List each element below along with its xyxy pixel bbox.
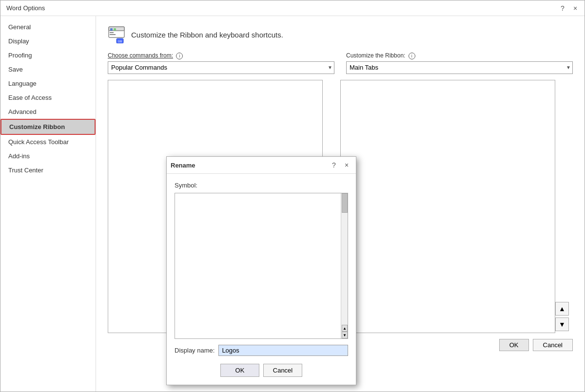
- ribbon-tree-container: [340, 80, 555, 333]
- display-name-label: Display name:: [175, 347, 214, 354]
- rename-symbol-label: Symbol:: [175, 182, 348, 189]
- left-column: Choose commands from: i Popular Commands…: [108, 52, 334, 74]
- ribbon-dropdown[interactable]: Main Tabs: [346, 61, 573, 74]
- display-name-input[interactable]: [218, 345, 348, 356]
- help-button[interactable]: ?: [557, 3, 568, 14]
- title-bar-controls: ? ×: [557, 3, 581, 14]
- ribbon-icon: DB: [108, 26, 125, 43]
- title-bar: Word Options ? ×: [0, 0, 585, 16]
- svg-rect-5: [110, 34, 116, 35]
- symbol-scroll-down[interactable]: ▼: [342, 332, 348, 338]
- commands-label: Choose commands from: i: [108, 52, 334, 59]
- sidebar-item-language[interactable]: Language: [0, 76, 96, 91]
- symbol-scroll-up[interactable]: ▲: [342, 325, 348, 332]
- sidebar-item-add-ins[interactable]: Add-ins: [0, 149, 96, 163]
- word-options-window: Word Options ? × GeneralDisplayProofingS…: [0, 0, 585, 392]
- svg-text:DB: DB: [118, 40, 122, 43]
- ribbon-dropdown-wrapper[interactable]: Main Tabs ▼: [346, 61, 573, 74]
- commands-dropdown[interactable]: Popular Commands: [108, 61, 334, 74]
- close-button[interactable]: ×: [570, 3, 581, 14]
- rename-title-bar: Rename ? ×: [167, 157, 356, 174]
- sidebar-item-customize-ribbon[interactable]: Customize Ribbon: [0, 119, 96, 135]
- symbol-grid-wrapper[interactable]: ▲ ▼: [175, 193, 348, 339]
- svg-rect-4: [110, 32, 114, 33]
- rename-close-button[interactable]: ×: [341, 160, 352, 170]
- rename-dialog-title: Rename: [171, 162, 195, 169]
- rename-cancel-button[interactable]: Cancel: [263, 364, 302, 377]
- sidebar-item-quick-access[interactable]: Quick Access Toolbar: [0, 135, 96, 149]
- symbol-scrollbar[interactable]: ▲ ▼: [341, 193, 348, 338]
- rename-dialog: Rename ? × Symbol: ▲ ▼ Display name:: [166, 156, 356, 385]
- section-header: DB Customize the Ribbon and keyboard sho…: [108, 26, 573, 43]
- sidebar-item-proofing[interactable]: Proofing: [0, 48, 96, 62]
- ribbon-info-icon: i: [409, 53, 415, 59]
- move-up-button[interactable]: ▲: [555, 302, 569, 316]
- sidebar: GeneralDisplayProofingSaveLanguageEase o…: [0, 16, 96, 392]
- rename-dialog-buttons: OK Cancel: [175, 364, 348, 377]
- sidebar-item-save[interactable]: Save: [0, 62, 96, 76]
- ribbon-tree[interactable]: [340, 80, 555, 333]
- svg-rect-3: [114, 28, 116, 31]
- sidebar-item-trust-center[interactable]: Trust Center: [0, 163, 96, 177]
- ok-button[interactable]: OK: [499, 339, 529, 351]
- rename-ok-button[interactable]: OK: [220, 364, 259, 377]
- updown-buttons-col: ▲ ▼: [555, 80, 573, 333]
- right-column: Customize the Ribbon: i Main Tabs ▼: [346, 52, 573, 74]
- sidebar-item-advanced[interactable]: Advanced: [0, 105, 96, 119]
- rename-dialog-body: Symbol: ▲ ▼ Display name: OK Cancel: [167, 174, 356, 385]
- cancel-button[interactable]: Cancel: [533, 339, 573, 351]
- symbol-scrollbar-thumb[interactable]: [342, 193, 348, 213]
- display-name-row: Display name:: [175, 345, 348, 356]
- commands-dropdown-wrapper[interactable]: Popular Commands ▼: [108, 61, 334, 74]
- commands-row: Choose commands from: i Popular Commands…: [108, 52, 573, 74]
- commands-info-icon: i: [176, 53, 183, 59]
- section-title: Customize the Ribbon and keyboard shortc…: [131, 31, 283, 39]
- svg-rect-2: [110, 28, 113, 31]
- move-down-button[interactable]: ▼: [555, 317, 569, 331]
- sidebar-item-general[interactable]: General: [0, 20, 96, 34]
- window-title: Word Options: [6, 4, 45, 12]
- rename-dialog-controls: ? ×: [329, 160, 352, 170]
- sidebar-item-ease-of-access[interactable]: Ease of Access: [0, 91, 96, 105]
- ribbon-label: Customize the Ribbon: i: [346, 52, 573, 59]
- rename-help-button[interactable]: ?: [329, 160, 339, 170]
- sidebar-item-display[interactable]: Display: [0, 34, 96, 48]
